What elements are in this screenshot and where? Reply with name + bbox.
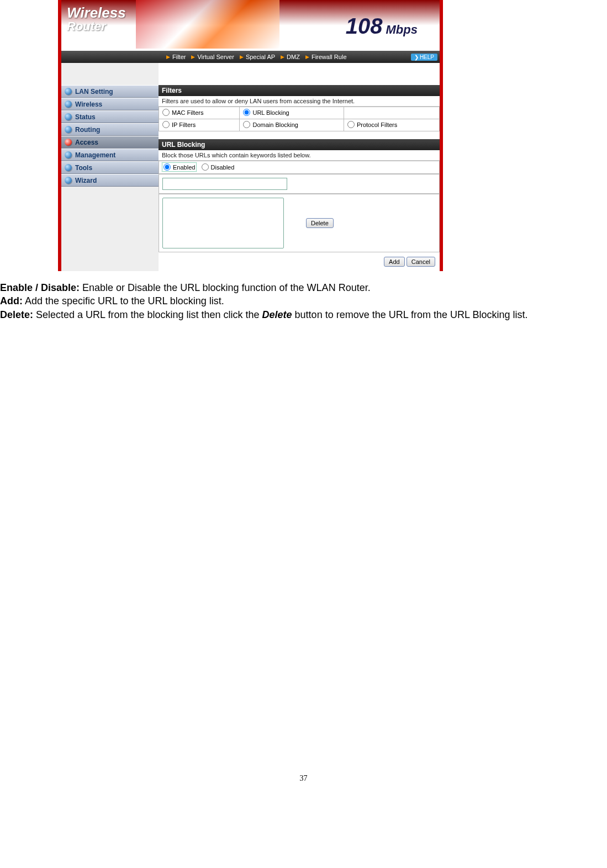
header-banner: Wireless Router 108Mbps [61, 0, 440, 51]
sidebar-item-wizard[interactable]: Wizard [61, 174, 159, 187]
radio-label: MAC Filters [172, 109, 203, 116]
text-delete-a: Selected a URL from the blocking list th… [33, 309, 262, 320]
url-blocking-list[interactable] [162, 198, 284, 248]
delete-button[interactable]: Delete [306, 218, 334, 228]
dot-icon [65, 177, 72, 184]
sidebar-label: Status [75, 113, 96, 121]
sidebar-label: Management [75, 151, 115, 159]
radio-enabled[interactable]: Enabled [162, 163, 196, 171]
sidebar-item-wireless[interactable]: Wireless [61, 98, 159, 110]
dot-icon [65, 100, 72, 108]
sidebar-label: Wizard [75, 177, 97, 184]
triangle-icon: ▶ [166, 54, 170, 60]
filter-options-table: MAC Filters URL Blocking IP Filters Doma… [159, 107, 440, 131]
help-label: HELP [420, 54, 434, 60]
speed-number: 108 [346, 14, 383, 38]
sidebar-label: Wireless [75, 100, 102, 108]
text-add: Add the specific URL to the URL blocking… [23, 295, 224, 306]
router-admin-screenshot: Wireless Router 108Mbps ▶Filter ▶Virtual… [58, 0, 443, 271]
help-button[interactable]: ❯HELP [411, 54, 437, 61]
term-delete: Delete: [0, 309, 33, 320]
radio-disabled[interactable]: Disabled [202, 163, 235, 171]
radio-ip-filters[interactable]: IP Filters [162, 121, 196, 128]
sidebar-item-tools[interactable]: Tools [61, 161, 159, 174]
dot-icon [65, 151, 72, 158]
subnav-dmz[interactable]: DMZ [287, 54, 300, 60]
main-panel: Filters Filters are used to allow or den… [159, 63, 440, 271]
sidebar-item-routing[interactable]: Routing [61, 123, 159, 136]
term-enable-disable: Enable / Disable: [0, 282, 80, 293]
radio-protocol-filters[interactable]: Protocol Filters [347, 121, 397, 128]
subnav-filter[interactable]: Filter [172, 54, 186, 60]
speed-badge: 108Mbps [346, 14, 418, 39]
sidebar-label: Access [75, 139, 98, 146]
text-enable-disable: Enable or Disable the URL blocking funct… [80, 282, 371, 293]
filters-header: Filters [159, 85, 440, 96]
radio-url-blocking[interactable]: URL Blocking [243, 109, 289, 116]
radio-label: URL Blocking [252, 109, 289, 116]
url-input-row [159, 174, 440, 194]
sidebar-label: Routing [75, 126, 100, 134]
enable-disable-row: Enabled Disabled [159, 161, 440, 174]
dot-icon [65, 88, 72, 95]
sidebar-item-access[interactable]: Access [61, 136, 159, 149]
sidebar: LAN Setting Wireless Status Routing Acce… [61, 63, 159, 271]
radio-label: Protocol Filters [357, 121, 397, 128]
document-description: Enable / Disable: Enable or Disable the … [0, 281, 607, 321]
subnav-virtual-server[interactable]: Virtual Server [197, 54, 234, 60]
page-number: 37 [0, 774, 607, 783]
sidebar-item-lan-setting[interactable]: LAN Setting [61, 85, 159, 98]
radio-label: Domain Blocking [252, 121, 298, 128]
url-keyword-input[interactable] [162, 178, 287, 190]
brand-logo: Wireless Router [67, 4, 126, 34]
sidebar-label: Tools [75, 164, 92, 172]
decorative-swoosh [136, 0, 279, 49]
sidebar-item-status[interactable]: Status [61, 110, 159, 123]
speed-unit: Mbps [386, 23, 418, 36]
radio-domain-blocking[interactable]: Domain Blocking [243, 121, 298, 128]
radio-label: Enabled [173, 164, 195, 171]
url-blocking-header: URL Blocking [159, 139, 440, 150]
triangle-icon: ▶ [240, 54, 244, 60]
text-delete-b: button to remove the URL from the URL Bl… [292, 309, 528, 320]
filters-desc: Filters are used to allow or deny LAN us… [159, 96, 440, 107]
url-list-row: Delete [159, 194, 440, 252]
cancel-button[interactable]: Cancel [407, 257, 435, 267]
radio-label: IP Filters [172, 121, 196, 128]
radio-label: Disabled [211, 164, 235, 171]
dot-icon [65, 139, 72, 146]
triangle-icon: ▶ [281, 54, 284, 60]
dot-icon [65, 126, 72, 133]
dot-icon [65, 164, 72, 171]
url-blocking-desc: Block those URLs which contain keywords … [159, 150, 440, 161]
dot-icon [65, 113, 72, 120]
triangle-icon: ▶ [191, 54, 195, 60]
add-button[interactable]: Add [384, 257, 405, 267]
sidebar-label: LAN Setting [75, 88, 113, 96]
triangle-icon: ▶ [305, 54, 309, 60]
keyword-delete: Delete [262, 309, 292, 320]
subnav-firewall-rule[interactable]: Firewall Rule [312, 54, 347, 60]
sub-nav: ▶Filter ▶Virtual Server ▶Special AP ▶DMZ… [61, 51, 440, 63]
subnav-special-ap[interactable]: Special AP [246, 54, 275, 60]
footer-buttons: Add Cancel [159, 252, 440, 271]
sidebar-item-management[interactable]: Management [61, 149, 159, 161]
term-add: Add: [0, 295, 23, 306]
radio-mac-filters[interactable]: MAC Filters [162, 109, 203, 116]
